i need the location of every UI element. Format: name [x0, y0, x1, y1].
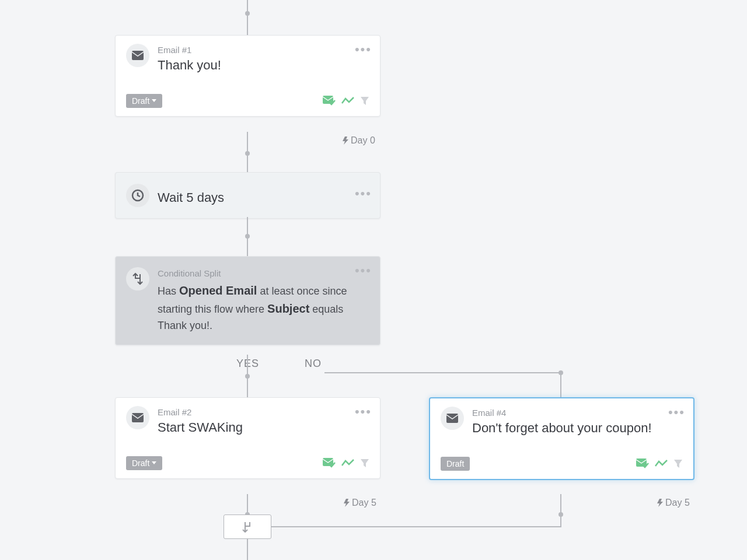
more-icon[interactable]: •••	[355, 267, 372, 274]
more-icon[interactable]: •••	[355, 46, 372, 52]
status-badge[interactable]: Draft	[441, 457, 470, 471]
wait-card[interactable]: Wait 5 days •••	[115, 172, 381, 219]
email2-title: Start SWAKing	[158, 419, 369, 436]
filter-icon[interactable]	[673, 459, 683, 468]
email4-label: Email #4	[472, 408, 683, 418]
status-badge[interactable]: Draft	[126, 456, 162, 470]
more-icon[interactable]: •••	[355, 408, 372, 415]
svg-rect-6	[636, 459, 647, 467]
more-icon[interactable]: •••	[355, 190, 372, 197]
split-desc: Has Opened Email at least once since sta…	[158, 282, 369, 334]
delivered-icon[interactable]	[323, 458, 336, 468]
email4-card[interactable]: Email #4 Don't forget about your coupon!…	[429, 397, 694, 480]
email4-title: Don't forget about your coupon!	[472, 420, 683, 437]
svg-rect-1	[323, 96, 333, 104]
svg-rect-4	[323, 458, 333, 466]
email1-label: Email #1	[158, 45, 369, 55]
conditional-split-card[interactable]: Conditional Split Has Opened Email at le…	[115, 256, 381, 345]
analytics-icon[interactable]	[341, 459, 354, 468]
svg-rect-5	[446, 414, 458, 423]
clock-icon	[126, 184, 149, 207]
merge-node[interactable]	[224, 514, 271, 539]
svg-rect-3	[132, 413, 144, 422]
branch-no-label: NO	[305, 358, 322, 370]
email2-label: Email #2	[158, 407, 369, 417]
email1-card[interactable]: Email #1 Thank you! ••• Draft	[115, 35, 381, 117]
delivered-icon[interactable]	[636, 459, 649, 469]
email2-card[interactable]: Email #2 Start SWAKing ••• Draft	[115, 397, 381, 479]
filter-icon[interactable]	[360, 96, 369, 106]
split-icon	[126, 267, 149, 290]
filter-icon[interactable]	[360, 459, 369, 468]
analytics-icon[interactable]	[341, 96, 354, 106]
day-label-0: Day 0	[342, 135, 375, 146]
mail-icon	[441, 407, 464, 430]
analytics-icon[interactable]	[655, 459, 668, 468]
svg-rect-0	[132, 51, 144, 60]
email1-title: Thank you!	[158, 57, 369, 74]
mail-icon	[126, 406, 149, 429]
day-label-5b: Day 5	[657, 498, 690, 508]
more-icon[interactable]: •••	[668, 409, 685, 415]
wait-title: Wait 5 days	[158, 190, 369, 206]
mail-icon	[126, 44, 149, 67]
status-badge[interactable]: Draft	[126, 94, 162, 108]
split-label: Conditional Split	[158, 268, 369, 278]
delivered-icon[interactable]	[323, 96, 336, 106]
day-label-5a: Day 5	[343, 498, 376, 508]
